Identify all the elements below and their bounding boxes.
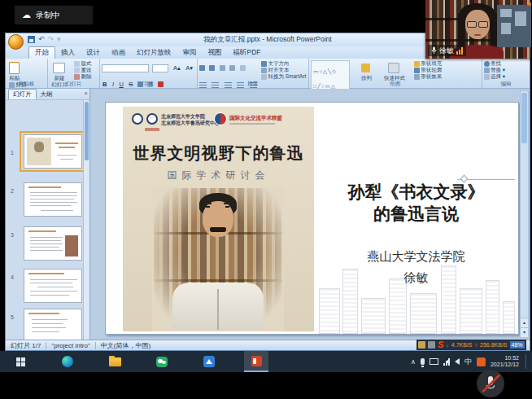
delete-button[interactable]: 删除 (74, 73, 91, 80)
current-slide[interactable]: 北京师范大学文学院 北京师范大学鲁迅研究中心 国际文化交流学术联盟 世界文明视野… (105, 102, 519, 335)
panel-scrollbar[interactable] (83, 100, 89, 340)
slides-panel: 幻灯片 大纲 × 1 2 (6, 89, 90, 340)
mic-icon (431, 46, 437, 55)
mute-microphone-button[interactable] (477, 370, 504, 397)
text-direction-button[interactable]: 文字方向 (261, 60, 306, 67)
previous-slide-button[interactable]: ▴ (521, 318, 528, 327)
upload-arrow-icon: ↑ (475, 342, 478, 348)
tab-slideshow[interactable]: 幻灯片放映 (131, 47, 177, 59)
luxun-portrait (154, 188, 282, 330)
office-button[interactable] (8, 34, 24, 50)
slide-indicator: 幻灯片 1/7 (11, 341, 41, 350)
audio-level-bars (456, 47, 463, 55)
alliance-logo-icon (214, 112, 227, 125)
research-center-logo-icon (146, 113, 158, 125)
align-text-button[interactable]: 对齐文本 (261, 67, 306, 73)
system-tray: ∧ 中 10:52 2021/12/12 (411, 351, 529, 372)
shape-effects-button[interactable]: 形状效果 (414, 73, 442, 80)
tray-app-icon-1[interactable] (418, 341, 425, 349)
theme-name: "project intro" (51, 342, 89, 349)
shape-effects-icon (414, 74, 420, 80)
powerpoint-window: ↶ ↷ ▾ 我的文章汇报.pptx - Microsoft PowerPoint… (5, 33, 530, 351)
tab-design[interactable]: 设计 (81, 47, 106, 59)
smartart-button[interactable]: 转换为 SmartArt (261, 73, 306, 80)
shape-fill-button[interactable]: 形状填充 (414, 60, 442, 67)
select-button[interactable]: 选择 ▾ (484, 73, 528, 80)
ribbon: 粘贴 剪切 复制 格式刷 剪贴板 新建 幻灯片 版式 重设 (6, 59, 530, 89)
powerpoint-taskbar-icon[interactable] (244, 351, 268, 372)
wechat-icon[interactable] (150, 351, 174, 372)
font-name-combo[interactable] (102, 64, 149, 72)
webcam-video-tile[interactable]: 徐敏 (425, 0, 531, 59)
arrange-button[interactable]: 排列 (355, 60, 377, 81)
replace-button[interactable]: 替换 ▾ (484, 67, 528, 73)
tray-chevron-icon[interactable]: ∧ (411, 358, 416, 366)
tray-volume-icon[interactable] (455, 358, 460, 365)
sogou-icon[interactable]: S (438, 340, 443, 349)
grow-font-button[interactable]: A▴ (172, 64, 181, 72)
slide-thumbnail-1[interactable] (24, 134, 82, 169)
taskbar-clock[interactable]: 10:52 2021/12/12 (491, 355, 519, 368)
font-size-combo[interactable] (152, 64, 168, 72)
reset-button[interactable]: 重设 (74, 67, 91, 73)
recording-indicator[interactable]: ☁ 录制中 (15, 6, 93, 24)
quick-styles-button[interactable]: 快速样式 (381, 60, 408, 81)
panel-tab-slides[interactable]: 幻灯片 (8, 89, 37, 99)
slide-thumbnail-3[interactable] (24, 226, 82, 261)
editor-scrollbar[interactable]: ▴ ▾ (520, 90, 529, 338)
indent-decrease-icon[interactable] (220, 65, 225, 71)
download-arrow-icon: ↓ (446, 342, 449, 348)
panel-tab-outline[interactable]: 大纲 (37, 90, 57, 99)
arrange-icon (361, 64, 370, 72)
thumb-number: 3 (11, 232, 14, 238)
replace-icon (484, 68, 490, 73)
network-meter-overlay[interactable]: S ↓ 4.7KB/S ↑ 256.8KB/S 48% (416, 340, 526, 350)
next-slide-button[interactable]: ▾ (521, 327, 528, 337)
edge-browser-icon[interactable] (55, 351, 80, 372)
indent-increase-icon[interactable] (229, 65, 235, 71)
shape-fill-icon (414, 61, 420, 67)
bullets-icon[interactable] (199, 65, 205, 71)
paste-button[interactable]: 粘贴 (7, 60, 22, 81)
slide-thumbnail-5[interactable] (24, 309, 82, 340)
screen: ☁ 录制中 ↶ ↷ ▾ 我的文章汇报.pptx - Microsoft Powe… (0, 0, 532, 399)
paragraph-group-label: 段落 (198, 81, 308, 88)
shrink-font-button[interactable]: A▾ (185, 64, 194, 72)
slide-thumbnail-4[interactable] (24, 269, 82, 303)
tray-sogou-icon[interactable] (477, 357, 486, 366)
language-indicator[interactable]: 中文(简体，中国) (101, 341, 150, 350)
numbering-icon[interactable] (209, 65, 215, 71)
tray-display-icon[interactable] (430, 358, 438, 365)
start-button[interactable] (8, 351, 33, 372)
tab-review[interactable]: 审阅 (177, 47, 203, 59)
find-button[interactable]: 查找 (484, 60, 528, 67)
panel-close-icon[interactable]: × (84, 90, 88, 97)
tab-animations[interactable]: 动画 (106, 47, 131, 59)
file-explorer-icon[interactable] (102, 351, 127, 372)
tray-mic-icon[interactable] (421, 358, 425, 365)
scroll-thumb[interactable] (521, 93, 527, 143)
slide-affiliation[interactable]: 燕山大学文法学院 (314, 249, 518, 265)
line-spacing-icon[interactable] (240, 65, 246, 71)
tab-insert[interactable]: 插入 (55, 47, 81, 59)
time: 10:52 (491, 355, 519, 362)
tab-home[interactable]: 开始 (28, 46, 55, 59)
download-speed: 4.7KB/S (451, 342, 473, 348)
editing-group-label: 编辑 (482, 81, 530, 88)
meeting-app-icon[interactable] (197, 351, 221, 372)
font-group-label: 字体 (100, 81, 197, 88)
date: 2021/12/12 (491, 362, 519, 368)
layout-button[interactable]: 版式 (74, 60, 91, 67)
tab-foxit-pdf[interactable]: 福昕PDF (228, 47, 267, 59)
tray-app-icon-2[interactable] (428, 341, 435, 349)
slides-group-label: 幻灯片 (48, 81, 99, 88)
slide-author[interactable]: 徐敏 (314, 270, 518, 286)
drawing-group-label: 绘图 (309, 81, 482, 88)
shape-outline-button[interactable]: 形状轮廓 (414, 67, 442, 73)
slide-title[interactable]: 孙犁《书衣文录》 的鲁迅言说 (314, 181, 518, 225)
input-method-indicator[interactable]: 中 (464, 357, 472, 367)
delete-icon (74, 74, 80, 80)
tab-view[interactable]: 视图 (203, 47, 228, 59)
slide-thumbnail-2[interactable] (24, 182, 82, 217)
show-desktop-button[interactable] (525, 354, 529, 369)
